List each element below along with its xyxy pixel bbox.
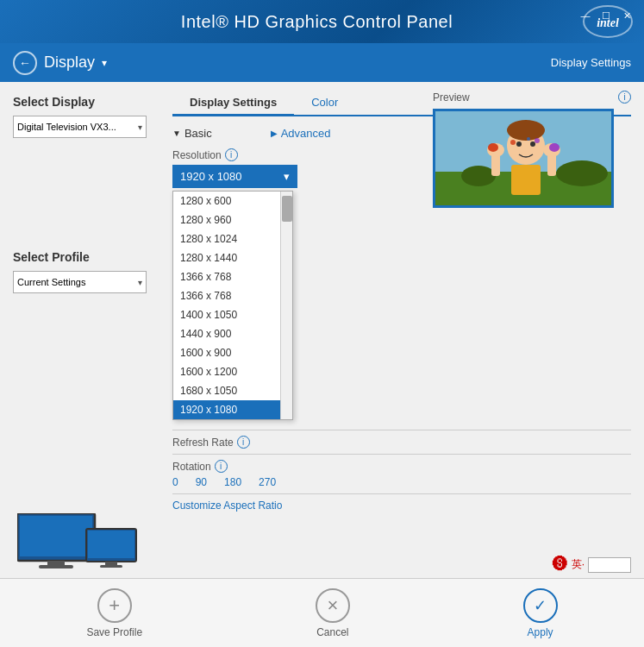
display-value: Digital Television VX3... — [17, 122, 116, 132]
intel-logo: intel — [582, 4, 634, 39]
svg-rect-27 — [100, 565, 122, 568]
preview-svg — [435, 111, 614, 208]
bottom-bar: + Save Profile × Cancel ✓ Apply — [0, 578, 644, 647]
sohu-bar: 🅢 英· — [553, 556, 631, 574]
sohu-text: 英· — [572, 557, 585, 572]
profile-dropdown-arrow: ▾ — [138, 278, 142, 287]
rotation-values: 0 90 180 270 — [172, 476, 631, 488]
resolution-option-7[interactable]: 1440 x 900 — [173, 324, 292, 343]
resolution-option-6[interactable]: 1400 x 1050 — [173, 305, 292, 324]
cancel-action[interactable]: × Cancel — [316, 588, 350, 638]
cancel-button[interactable]: × — [316, 588, 350, 623]
nav-left: ← Display ▾ — [13, 51, 107, 75]
customize-aspect-ratio-link[interactable]: Customize Aspect Ratio — [172, 499, 631, 512]
cancel-label: Cancel — [316, 626, 348, 638]
separator-1 — [172, 430, 631, 430]
resolution-selected-value: 1920 x 1080 — [180, 170, 242, 183]
refresh-rate-info-icon[interactable]: i — [237, 436, 250, 449]
monitor-icon — [17, 513, 138, 574]
resolution-option-10[interactable]: 1680 x 1050 — [173, 381, 292, 400]
basic-section-header[interactable]: ▼ Basic — [172, 127, 212, 140]
svg-rect-22 — [47, 561, 65, 565]
resolution-option-0[interactable]: 1280 x 600 — [173, 192, 292, 210]
resolution-dropdown-arrow: ▾ — [284, 170, 290, 183]
resolution-option-4[interactable]: 1366 x 768 — [173, 267, 292, 286]
tab-display-settings[interactable]: Display Settings — [172, 91, 294, 116]
refresh-rate-label-row: Refresh Rate i — [172, 436, 631, 449]
nav-display-label: Display — [44, 53, 95, 72]
save-profile-action[interactable]: + Save Profile — [86, 588, 142, 638]
preview-info-icon[interactable]: i — [618, 91, 631, 104]
resolution-option-1[interactable]: 1280 x 960 — [173, 210, 292, 229]
back-button[interactable]: ← — [13, 51, 37, 75]
rotation-label: Rotation — [172, 461, 211, 473]
basic-expand-icon: ▼ — [172, 129, 181, 138]
resolution-option-8[interactable]: 1600 x 900 — [173, 343, 292, 362]
resolution-dropdown[interactable]: 1920 x 1080 ▾ 1280 x 600 1280 x 960 1280… — [172, 165, 297, 188]
resolution-info-icon[interactable]: i — [225, 148, 238, 161]
cancel-icon: × — [327, 594, 338, 617]
profile-value: Current Settings — [17, 277, 85, 287]
svg-point-19 — [527, 137, 530, 141]
resolution-option-2[interactable]: 1280 x 1024 — [173, 229, 292, 248]
resolution-scrollbar[interactable] — [280, 192, 292, 419]
resolution-dropdown-list[interactable]: 1280 x 600 1280 x 960 1280 x 1024 1280 x… — [172, 191, 293, 420]
rotation-90[interactable]: 90 — [196, 476, 207, 488]
apply-button[interactable]: ✓ — [523, 588, 558, 623]
tab-color[interactable]: Color — [294, 91, 355, 116]
resolution-option-3[interactable]: 1280 x 1440 — [173, 248, 292, 267]
app-title: Intel® HD Graphics Control Panel — [181, 12, 453, 32]
apply-action[interactable]: ✓ Apply — [523, 588, 558, 638]
select-profile-label: Select Profile — [13, 250, 147, 264]
sohu-icon: 🅢 — [553, 556, 568, 574]
advanced-expand-icon: ▶ — [271, 129, 278, 138]
preview-image — [433, 109, 614, 208]
sidebar: Select Display Digital Television VX3...… — [0, 82, 159, 578]
svg-point-5 — [461, 166, 496, 186]
apply-label: Apply — [528, 626, 553, 638]
svg-point-15 — [516, 141, 522, 147]
resolution-scrollbar-thumb[interactable] — [282, 196, 292, 222]
svg-point-13 — [549, 143, 560, 152]
title-bar-center: Intel® HD Graphics Control Panel — [0, 12, 634, 32]
separator-2 — [172, 454, 631, 455]
resolution-label: Resolution — [172, 149, 222, 161]
display-dropdown-arrow: ▾ — [138, 122, 142, 132]
basic-label: Basic — [184, 127, 212, 140]
save-profile-icon: + — [109, 594, 120, 617]
apply-icon: ✓ — [534, 596, 547, 615]
display-dropdown[interactable]: Digital Television VX3... ▾ — [13, 116, 147, 138]
svg-point-18 — [535, 138, 540, 143]
separator-3 — [172, 493, 631, 494]
refresh-rate-label: Refresh Rate — [172, 437, 234, 449]
advanced-label: Advanced — [281, 127, 331, 140]
svg-point-17 — [510, 140, 516, 145]
rotation-270[interactable]: 270 — [259, 476, 276, 488]
preview-label-row: Preview i — [433, 91, 631, 104]
rotation-0[interactable]: 0 — [172, 476, 178, 488]
back-icon: ← — [19, 56, 31, 70]
content-area: Display Settings Color ▼ Basic ▶ Advance… — [159, 82, 644, 578]
svg-text:intel: intel — [597, 16, 619, 29]
resolution-option-9[interactable]: 1600 x 1200 — [173, 362, 292, 381]
svg-point-7 — [507, 120, 545, 141]
svg-point-16 — [530, 141, 535, 147]
svg-rect-25 — [88, 531, 134, 558]
save-profile-button[interactable]: + — [97, 588, 132, 623]
rotation-180[interactable]: 180 — [224, 476, 241, 488]
preview-label: Preview — [433, 91, 470, 104]
rotation-info-icon[interactable]: i — [215, 460, 228, 473]
select-profile-section: Select Profile Current Settings ▾ — [13, 250, 147, 293]
resolution-selected[interactable]: 1920 x 1080 ▾ — [172, 165, 297, 188]
resolution-option-11[interactable]: 1920 x 1080 — [173, 400, 292, 419]
resolution-option-5[interactable]: 1366 x 768 — [173, 286, 292, 305]
svg-rect-21 — [20, 516, 92, 556]
svg-rect-23 — [39, 565, 73, 568]
svg-rect-14 — [511, 165, 541, 195]
monitor-svg — [17, 513, 138, 574]
profile-dropdown[interactable]: Current Settings ▾ — [13, 271, 147, 293]
advanced-section-header[interactable]: ▶ Advanced — [271, 127, 331, 140]
nav-dropdown-arrow[interactable]: ▾ — [102, 57, 107, 69]
sohu-input[interactable] — [588, 557, 631, 573]
rotation-label-row: Rotation i — [172, 460, 631, 473]
